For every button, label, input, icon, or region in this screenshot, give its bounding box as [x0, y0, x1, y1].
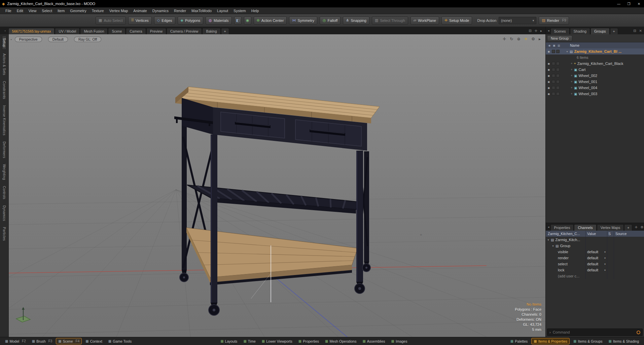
expand-plus-icon[interactable]: + — [570, 92, 573, 95]
tab-settings-icon[interactable]: ✛ — [535, 29, 537, 33]
group-row-item[interactable]: ◉ + ▣ Wheel_003 — [546, 91, 644, 97]
menu-file[interactable]: File — [3, 9, 14, 13]
s-column-header[interactable]: S — [607, 231, 614, 237]
tab-preview[interactable]: Preview — [146, 28, 166, 34]
panel-overflow-icon[interactable]: ⊟ — [633, 29, 636, 33]
tab-scenes[interactable]: Scenes — [550, 28, 570, 34]
menu-select[interactable]: Select — [39, 9, 55, 13]
tab-mesh-fusion[interactable]: Mesh Fusion — [80, 28, 108, 34]
items-groups-button[interactable]: ▦ Items & Groups — [571, 338, 605, 344]
tab-shading[interactable]: Shading — [570, 28, 591, 34]
panel-close-icon[interactable]: ✕ — [639, 29, 642, 33]
viewport-rotate-icon[interactable]: ↻ — [510, 37, 513, 41]
mesh-operations-popover-button[interactable]: ▦ Mesh Operations — [323, 338, 359, 344]
menu-view[interactable]: View — [26, 9, 39, 13]
raygl-toggle-button[interactable]: Ray GL: Off — [74, 37, 101, 42]
render-toggle[interactable] — [552, 92, 555, 95]
expand-plus-icon[interactable]: + — [570, 86, 573, 89]
render-toggle[interactable] — [552, 62, 555, 65]
viewport-more-icon[interactable]: ▸ — [539, 37, 541, 41]
materials-mode-button[interactable]: ◍ Materials — [206, 16, 231, 25]
auto-select-button[interactable]: ▦ Auto Select — [96, 16, 126, 25]
channel-row[interactable]: select default ▾ — [546, 261, 644, 267]
eye-icon[interactable]: ◉ — [547, 86, 551, 89]
name-column-header[interactable]: Name — [570, 43, 579, 47]
minimize-button[interactable]: — — [614, 0, 624, 7]
tab-baking[interactable]: Baking — [202, 28, 220, 34]
expander-icon[interactable]: ▾ — [551, 244, 555, 247]
render-button[interactable]: ▨ Render F9 — [539, 16, 569, 25]
setup-mode-button[interactable]: ✛ Setup Mode — [441, 16, 472, 25]
expand-plus-icon[interactable]: + — [570, 68, 573, 71]
expand-plus-icon[interactable]: + — [570, 74, 573, 77]
sidetab-particles[interactable]: Particles — [2, 225, 6, 243]
group-row-item[interactable]: ◉ + ▣ Wheel_004 — [546, 85, 644, 91]
channel-row[interactable]: visible default ▾ — [546, 249, 644, 255]
layout-brush-button[interactable]: ▦ Brush F3 — [30, 338, 55, 344]
menu-help[interactable]: Help — [249, 9, 262, 13]
tab-more-icon[interactable]: ▸ — [540, 29, 542, 33]
channel-value-dropdown[interactable]: default ▾ — [585, 249, 607, 255]
palettes-button[interactable]: ▦ Palettes — [508, 338, 530, 344]
group-row-item[interactable]: ◉ + ⌖ Zarmig_Kitchen_Cart_Black — [546, 61, 644, 67]
workplane-button[interactable]: ▱ WorkPlane — [410, 16, 439, 25]
add-panel-tab-button[interactable]: + — [624, 224, 632, 231]
render-toggle[interactable] — [552, 74, 555, 77]
layout-model-button[interactable]: ▦ Model F2 — [3, 338, 28, 344]
panel-gear-icon[interactable]: ⚙ — [641, 225, 644, 229]
sidetab-setup[interactable]: Setup — [2, 36, 6, 50]
tab-uv-model[interactable]: UV / Model — [55, 28, 80, 34]
lock-toggle[interactable] — [556, 80, 560, 83]
edges-mode-button[interactable]: ◇ Edges — [154, 16, 175, 25]
menu-animate[interactable]: Animate — [131, 9, 149, 13]
lock-toggle[interactable] — [556, 74, 560, 77]
sidetab-weighting[interactable]: Weighting — [2, 162, 6, 182]
sidetab-actors-sets[interactable]: Actors & Sets — [2, 51, 6, 77]
menu-vertex-map[interactable]: Vertex Map — [107, 9, 131, 13]
eye-icon[interactable]: ◉ — [547, 92, 551, 95]
items-shading-button[interactable]: ▦ Items & Shading — [606, 338, 642, 344]
viewport-options-gear-icon[interactable]: ⚙ — [531, 37, 535, 41]
tab-current-layout[interactable]: 56671751565:lay-unmax — [8, 28, 55, 34]
shading-style-button[interactable]: Default — [48, 37, 68, 42]
polygons-mode-button[interactable]: ◈ Polygons — [178, 16, 204, 25]
layout-game-tools-button[interactable]: ▦ Game Tools — [106, 338, 134, 344]
eye-icon[interactable]: ◉ — [547, 50, 551, 53]
sidetab-controls[interactable]: Controls — [2, 184, 6, 202]
tab-groups[interactable]: Groups — [591, 28, 609, 34]
source-column-header[interactable]: Source — [614, 231, 644, 237]
tab-vertex-maps[interactable]: Vertex Maps — [597, 224, 624, 231]
group-row-root[interactable]: ◉ ▾ ▤ Zarmig_Kitchen_Cart_Bl ... — [546, 48, 644, 54]
render-toggle[interactable] — [552, 86, 555, 89]
channel-item-column-header[interactable]: Zarmig_Kitchen_C... — [546, 231, 585, 237]
eye-icon[interactable]: ◉ — [547, 74, 551, 77]
tab-overflow-icon[interactable]: ⊟ — [529, 29, 531, 33]
group-row-item[interactable]: ◉ + ▣ Cart — [546, 67, 644, 73]
close-button[interactable]: ✕ — [634, 0, 644, 7]
menu-system[interactable]: System — [231, 9, 249, 13]
menu-maxtomodo[interactable]: MaxToModo — [189, 9, 214, 13]
panel-plus-icon[interactable]: ✛ — [635, 225, 637, 229]
viewport-corner-icon[interactable]: ▪ — [11, 38, 12, 41]
render-toggle[interactable] — [552, 80, 555, 83]
symmetry-button[interactable]: ⋈ Symmetry — [289, 16, 317, 25]
tab-scene[interactable]: Scene — [108, 28, 126, 34]
render-toggle[interactable] — [552, 50, 555, 53]
tab-camera-preview[interactable]: Camera / Preview — [167, 28, 202, 34]
tab-channels[interactable]: Channels — [574, 224, 596, 231]
menu-item[interactable]: Item — [55, 9, 67, 13]
time-popover-button[interactable]: ▦ Time — [241, 338, 258, 344]
viewport-3d-scene[interactable]: + — [9, 34, 545, 337]
eye-icon[interactable]: ◉ — [547, 80, 551, 83]
viewport-light-icon[interactable]: ☀ — [524, 37, 528, 41]
viewport-zoom-icon[interactable]: ⊕ — [517, 37, 520, 41]
expander-icon[interactable]: ▾ — [565, 50, 569, 53]
new-group-button[interactable]: New Group — [547, 35, 572, 41]
layout-context-button[interactable]: ▦ Context — [83, 338, 105, 344]
lock-toggle[interactable] — [556, 62, 560, 65]
tab-camera[interactable]: Camera — [126, 28, 146, 34]
channel-value-dropdown[interactable]: default ▾ — [585, 267, 607, 273]
value-column-header[interactable]: Value — [585, 231, 607, 237]
render-column-icon[interactable]: ▣ — [552, 44, 557, 47]
sidetab-inverse-kinematics[interactable]: Inverse Kinematics — [2, 103, 6, 138]
